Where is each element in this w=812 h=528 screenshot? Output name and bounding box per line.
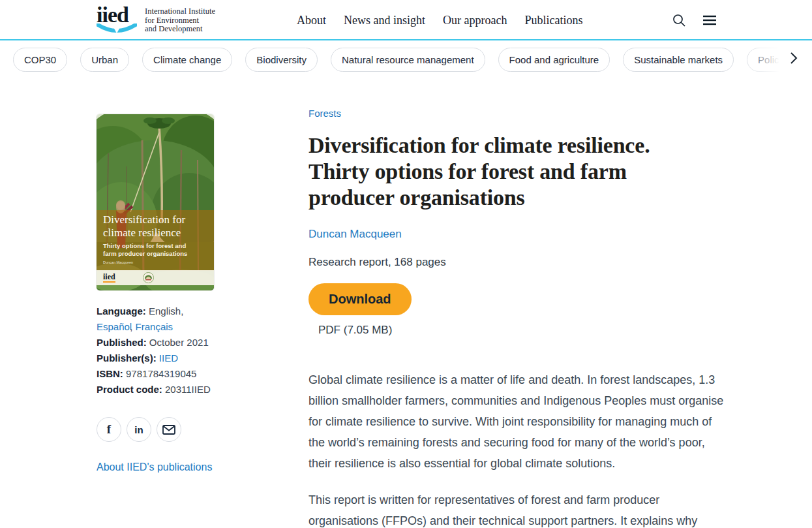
summary-paragraph: Global climate resilience is a matter of… xyxy=(308,369,724,474)
summary-paragraph: This report is written for representativ… xyxy=(308,489,724,528)
email-share-icon[interactable] xyxy=(157,417,181,442)
cover-fff-circle-logo xyxy=(143,272,154,283)
tag-climate-change[interactable]: Climate change xyxy=(142,48,232,72)
page-title-line: producer organisations xyxy=(308,185,724,211)
meta-isbn-row: ISBN: 9781784319045 xyxy=(97,366,214,382)
publication-summary: Global climate resilience is a matter of… xyxy=(308,369,724,528)
page-title-line: Thirty options for forest and farm xyxy=(308,159,724,185)
linkedin-share-icon[interactable]: in xyxy=(127,417,151,442)
page-title: Diversification for climate resilience. … xyxy=(308,132,724,211)
facebook-f-glyph: f xyxy=(107,422,111,437)
meta-language-link-espanol[interactable]: Español xyxy=(97,321,132,332)
site-header: iied International Institute for Environ… xyxy=(0,0,812,40)
cover-title-line: Diversification for xyxy=(103,213,185,226)
page-title-line: Diversification for climate resilience. xyxy=(308,132,724,159)
tag-cop30[interactable]: COP30 xyxy=(13,48,67,72)
org-name-line: and Development xyxy=(145,25,215,34)
topic-tagbar: COP30 Urban Climate change Biodiversity … xyxy=(0,40,812,78)
meta-language-link-francais[interactable]: Français xyxy=(136,321,173,332)
publication-metadata: Language: English, Español, Français Pub… xyxy=(97,303,214,397)
download-section: Download PDF (7.05 MB) xyxy=(308,269,724,337)
tag-food-and-agriculture[interactable]: Food and agriculture xyxy=(498,48,610,72)
tag-sustainable-markets[interactable]: Sustainable markets xyxy=(623,48,734,72)
tag-urban[interactable]: Urban xyxy=(80,48,129,72)
author-link[interactable]: Duncan Macqueen xyxy=(308,228,402,241)
cover-subtitle-line: Thirty options for forest and xyxy=(103,242,187,250)
meta-published-row: Published: October 2021 xyxy=(97,335,214,350)
meta-product-code-row: Product code: 20311IIED xyxy=(97,382,214,397)
page-main: Diversification for climate resilience T… xyxy=(0,78,812,528)
meta-product-code-value: 20311IIED xyxy=(165,384,211,395)
meta-isbn-value: 9781784319045 xyxy=(126,368,196,379)
cover-author: Duncan Macqueen xyxy=(103,260,133,264)
meta-published-value: October 2021 xyxy=(149,337,209,348)
meta-language-label: Language: xyxy=(97,305,146,317)
nav-publications[interactable]: Publications xyxy=(524,14,582,27)
cover-title-line: climate resilience xyxy=(103,226,185,240)
cover-subtitle-line: farm producer organisations xyxy=(103,250,187,258)
nav-our-approach[interactable]: Our approach xyxy=(443,14,507,27)
nav-news-and-insight[interactable]: News and insight xyxy=(344,14,425,27)
meta-product-code-label: Product code: xyxy=(97,384,162,395)
meta-published-label: Published: xyxy=(97,337,147,348)
cover-iied-logo: iied xyxy=(103,273,115,283)
cover-title: Diversification for climate resilience xyxy=(103,213,185,239)
org-name-line: for Environment xyxy=(145,16,215,25)
publication-article: Forests Diversification for climate resi… xyxy=(308,108,724,528)
meta-isbn-label: ISBN: xyxy=(97,368,123,379)
org-name: International Institute for Environment … xyxy=(145,7,215,34)
iied-wordmark: iied xyxy=(97,5,137,35)
tag-policy-and-planning[interactable]: Policy and p xyxy=(747,48,812,72)
linkedin-in-glyph: in xyxy=(134,424,143,435)
pdf-file-info: PDF (7.05 MB) xyxy=(308,324,724,337)
meta-language-value: English, xyxy=(149,305,183,317)
publication-cover-image[interactable]: Diversification for climate resilience T… xyxy=(97,114,214,290)
publication-sidebar: Diversification for climate resilience T… xyxy=(97,108,214,528)
meta-language-separator: , xyxy=(130,321,132,332)
tagbar-scroll-right-chevron-icon[interactable] xyxy=(790,52,798,67)
breadcrumb-forests-link[interactable]: Forests xyxy=(308,108,341,119)
tag-natural-resource-management[interactable]: Natural resource management xyxy=(331,48,485,72)
iied-wordmark-text: iied xyxy=(97,5,137,25)
main-nav: About News and insight Our approach Publ… xyxy=(297,0,582,40)
org-name-line: International Institute xyxy=(145,7,215,16)
nav-about[interactable]: About xyxy=(297,14,326,27)
facebook-share-icon[interactable]: f xyxy=(97,417,121,442)
share-buttons: f in xyxy=(97,417,214,442)
iied-logo[interactable]: iied International Institute for Environ… xyxy=(97,5,215,35)
report-type-and-pages: Research report, 168 pages xyxy=(308,256,724,269)
cover-subtitle: Thirty options for forest and farm produ… xyxy=(103,242,187,258)
meta-language-row: Language: English, Español, Français xyxy=(97,303,214,335)
menu-hamburger-icon[interactable] xyxy=(702,14,717,26)
cover-publisher-bar: iied xyxy=(97,270,214,285)
tag-biodiversity[interactable]: Biodiversity xyxy=(245,48,318,72)
download-button[interactable]: Download xyxy=(308,283,412,315)
meta-publisher-label: Publisher(s): xyxy=(97,352,157,364)
about-iied-publications-link[interactable]: About IIED's publications xyxy=(97,461,212,473)
meta-publisher-row: Publisher(s): IIED xyxy=(97,350,214,366)
search-icon[interactable] xyxy=(671,12,687,28)
meta-publisher-link-iied[interactable]: IIED xyxy=(159,352,178,364)
header-icons xyxy=(671,0,717,40)
